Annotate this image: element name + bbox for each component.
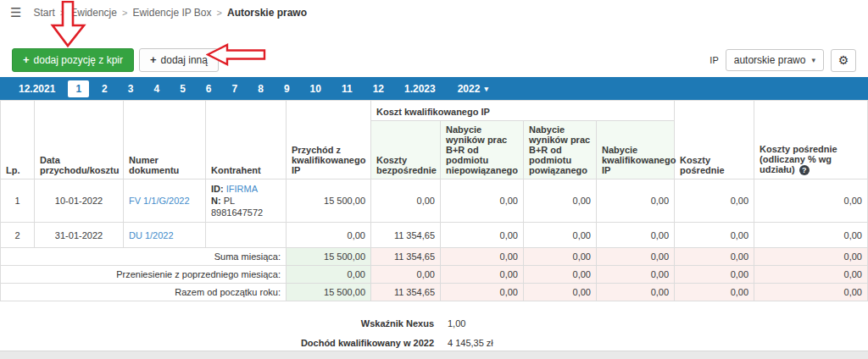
col-header-date: Data przychodu/kosztu bbox=[35, 101, 124, 180]
month-tab-11[interactable]: 11 bbox=[331, 80, 363, 97]
col-header-indirect-costs: Koszty pośrednie bbox=[675, 101, 754, 180]
col-header-contractor: Kontrahent bbox=[206, 101, 287, 180]
nexus-row: Wskaźnik Nexus 1,00 bbox=[0, 318, 868, 329]
month-tab-10[interactable]: 10 bbox=[300, 80, 331, 97]
table-row: 1 10-01-2022 FV 1/1/G/2022 ID: IFIRMA N:… bbox=[1, 180, 868, 223]
month-tab-2[interactable]: 2 bbox=[92, 80, 118, 97]
nexus-value: 1,00 bbox=[448, 318, 465, 329]
year-dropdown[interactable]: 2022 ▾ bbox=[458, 83, 488, 95]
month-tab-8[interactable]: 8 bbox=[248, 80, 274, 97]
cell-date: 31-01-2022 bbox=[35, 223, 124, 248]
breadcrumb-separator: > bbox=[122, 8, 127, 18]
add-from-kpir-label: dodaj pozycję z kpir bbox=[34, 54, 123, 66]
month-tab-1[interactable]: 1 bbox=[68, 80, 89, 97]
summary-row-year-total: Razem od początku roku: 15 500,00 11 354… bbox=[1, 284, 868, 301]
month-tab-6[interactable]: 6 bbox=[196, 80, 222, 97]
help-icon[interactable]: ? bbox=[799, 165, 810, 175]
settings-button[interactable]: ⚙ bbox=[831, 49, 856, 72]
breadcrumb-item: Autorskie prawo bbox=[227, 7, 307, 19]
month-tab-1-2023[interactable]: 1.2023 bbox=[394, 80, 446, 97]
col-header-rd-related: Nabycie wyników prac B+R od podmiotu pow… bbox=[524, 121, 597, 180]
stats-section: Wskaźnik Nexus 1,00 Dochód kwalifikowany… bbox=[0, 318, 868, 348]
plus-icon: + bbox=[150, 54, 157, 66]
cell-indirect: 0,00 bbox=[675, 180, 754, 223]
month-tab-9[interactable]: 9 bbox=[274, 80, 300, 97]
col-header-qualified-income: Przychód z kwalifikowanego IP bbox=[287, 101, 371, 180]
cell-income: 0,00 bbox=[287, 223, 371, 248]
summary-row-carryover: Przeniesienie z poprzedniego miesiąca: 0… bbox=[1, 266, 868, 284]
breadcrumb: Start>Ewidencje>Ewidencje IP Box>Autorsk… bbox=[33, 7, 307, 19]
breadcrumb-item[interactable]: Ewidencje bbox=[70, 7, 117, 19]
add-from-kpir-button[interactable]: + dodaj pozycję z kpir bbox=[12, 48, 134, 72]
col-header-rd-unrelated: Nabycie wyników prac B+R od podmiotu nie… bbox=[441, 121, 524, 180]
chevron-down-icon: ▾ bbox=[484, 85, 488, 93]
col-header-lp: Lp. bbox=[1, 101, 35, 180]
breadcrumb-separator: > bbox=[217, 8, 222, 18]
cell-date: 10-01-2022 bbox=[35, 180, 124, 223]
month-tab-12-2021[interactable]: 12.2021 bbox=[8, 80, 65, 97]
ip-type-select[interactable]: autorskie prawo ▾ bbox=[726, 49, 824, 71]
cell-contractor: ID: IFIRMA N: PL 8981647572 bbox=[206, 180, 287, 223]
nexus-label: Wskaźnik Nexus bbox=[0, 318, 434, 329]
plus-icon: + bbox=[23, 54, 30, 66]
month-bar: 12.20211234567891011121.2023 2022 ▾ bbox=[0, 77, 868, 100]
toolbar: + dodaj pozycję z kpir + dodaj inną IP a… bbox=[12, 48, 856, 72]
month-tab-4[interactable]: 4 bbox=[143, 80, 170, 97]
cell-lp: 2 bbox=[1, 223, 35, 248]
month-tab-12[interactable]: 12 bbox=[363, 80, 394, 97]
breadcrumb-item[interactable]: Ewidencje IP Box bbox=[132, 7, 211, 19]
cell-rd-unrelated: 0,00 bbox=[441, 223, 524, 248]
qualified-income-row: Dochód kwalifikowany w 2022 4 145,35 zł bbox=[0, 338, 868, 348]
qualified-income-value: 4 145,35 zł bbox=[448, 338, 493, 348]
hamburger-menu-icon[interactable]: ☰ bbox=[10, 5, 21, 20]
cell-rd-related: 0,00 bbox=[524, 223, 597, 248]
col-group-header-qualified-ip-cost: Koszt kwalifikowanego IP bbox=[371, 101, 675, 121]
ip-label: IP bbox=[709, 55, 718, 65]
cell-indirect-deductible: 0,00 bbox=[754, 180, 868, 223]
cell-ip-purchase: 0,00 bbox=[597, 180, 675, 223]
cell-ip-purchase: 0,00 bbox=[597, 223, 675, 248]
bottom-strip bbox=[0, 351, 868, 359]
month-bar-items: 12.20211234567891011121.2023 bbox=[8, 80, 446, 97]
breadcrumb-item[interactable]: Start bbox=[33, 7, 54, 19]
cell-indirect: 0,00 bbox=[675, 223, 754, 248]
cell-lp: 1 bbox=[1, 180, 35, 223]
month-tab-7[interactable]: 7 bbox=[222, 80, 248, 97]
col-header-direct-costs: Koszty bezpośrednie bbox=[371, 121, 441, 180]
cell-direct-costs: 11 354,65 bbox=[371, 223, 441, 248]
cell-direct-costs: 0,00 bbox=[371, 180, 441, 223]
cell-indirect-deductible: 0,00 bbox=[754, 223, 868, 248]
table-row: 2 31-01-2022 DU 1/2022 0,00 11 354,65 0,… bbox=[1, 223, 868, 248]
year-dropdown-value: 2022 bbox=[458, 83, 481, 95]
qualified-income-label: Dochód kwalifikowany w 2022 bbox=[0, 338, 434, 348]
top-bar: ☰ Start>Ewidencje>Ewidencje IP Box>Autor… bbox=[0, 0, 868, 25]
cell-contractor bbox=[206, 223, 287, 248]
document-link[interactable]: FV 1/1/G/2022 bbox=[129, 196, 190, 206]
toolbar-right: IP autorskie prawo ▾ ⚙ bbox=[709, 49, 856, 72]
chevron-down-icon: ▾ bbox=[811, 56, 815, 64]
breadcrumb-separator: > bbox=[60, 8, 65, 18]
gear-icon: ⚙ bbox=[838, 53, 849, 67]
add-other-label: dodaj inną bbox=[161, 54, 208, 66]
month-tab-3[interactable]: 3 bbox=[118, 80, 144, 97]
col-header-doc-number: Numer dokumentu bbox=[124, 101, 206, 180]
ipbox-ledger-table: Lp. Data przychodu/kosztu Numer dokument… bbox=[0, 100, 868, 301]
col-header-qualified-ip-purchase: Nabycie kwalifikowanego IP bbox=[597, 121, 675, 180]
summary-row-month-sum: Suma miesiąca: 15 500,00 11 354,65 0,00 … bbox=[1, 248, 868, 266]
contractor-link[interactable]: IFIRMA bbox=[226, 184, 258, 194]
cell-rd-unrelated: 0,00 bbox=[441, 180, 524, 223]
document-link[interactable]: DU 1/2022 bbox=[129, 230, 174, 240]
month-tab-5[interactable]: 5 bbox=[170, 80, 196, 97]
cell-income: 15 500,00 bbox=[287, 180, 371, 223]
col-header-indirect-costs-deductible: Koszty pośrednie (odliczany % wg udziału… bbox=[754, 101, 868, 180]
cell-rd-related: 0,00 bbox=[524, 180, 597, 223]
ip-type-value: autorskie prawo bbox=[734, 54, 806, 66]
add-other-button[interactable]: + dodaj inną bbox=[139, 48, 219, 72]
